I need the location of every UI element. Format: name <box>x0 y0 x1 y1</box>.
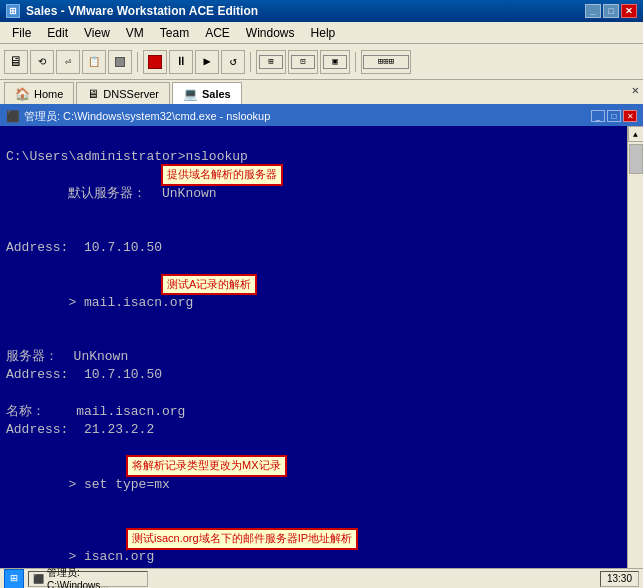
tab-sales[interactable]: 💻 Sales <box>172 82 242 104</box>
tab-home-label: Home <box>34 88 63 100</box>
app-icon: ⊞ <box>6 4 20 18</box>
minimize-button[interactable]: _ <box>585 4 601 18</box>
line-blank-3 <box>6 385 621 403</box>
toolbar-btn-5[interactable] <box>108 50 132 74</box>
line-server-2: 服务器： UnKnown <box>6 348 621 366</box>
tab-home[interactable]: 🏠 Home <box>4 82 74 104</box>
line-blank-4 <box>6 439 621 457</box>
maximize-button[interactable]: □ <box>603 4 619 18</box>
menu-team[interactable]: Team <box>152 24 197 42</box>
annotation-isacn-mx: 测试isacn.org域名下的邮件服务器IP地址解析 <box>126 528 358 549</box>
toolbar-btn-a[interactable]: ⊞ <box>256 50 286 74</box>
menu-vm[interactable]: VM <box>118 24 152 42</box>
menu-edit[interactable]: Edit <box>39 24 76 42</box>
menu-file[interactable]: File <box>4 24 39 42</box>
line-set-type: > set type=mx 将解析记录类型更改为MX记录 <box>6 457 621 530</box>
taskbar-item-admin[interactable]: ⬛管理员: C:\Windows... <box>28 571 148 587</box>
title-bar: ⊞ Sales - VMware Workstation ACE Edition… <box>0 0 643 22</box>
toolbar-pause-btn[interactable]: ⏸ <box>169 50 193 74</box>
toolbar-btn-c[interactable]: ▣ <box>320 50 350 74</box>
toolbar-btn-4[interactable]: 📋 <box>82 50 106 74</box>
tab-sales-label: Sales <box>202 88 231 100</box>
sales-icon: 💻 <box>183 87 198 101</box>
toolbar-btn-3[interactable]: ⏎ <box>56 50 80 74</box>
menu-help[interactable]: Help <box>303 24 344 42</box>
annotation-a-record: 测试A记录的解析 <box>161 274 257 295</box>
tab-dnsserver[interactable]: 🖥 DNSServer <box>76 82 170 104</box>
cmd-close-btn[interactable]: ✕ <box>623 110 637 122</box>
line-address-3: Address: 21.23.2.2 <box>6 421 621 439</box>
line-blank-2 <box>6 257 621 275</box>
tab-bar-close[interactable]: ✕ <box>632 83 639 98</box>
cmd-title-text: 管理员: C:\Windows\system32\cmd.exe - nsloo… <box>24 109 270 124</box>
cmd-maximize-btn[interactable]: □ <box>607 110 621 122</box>
toolbar-btn-b[interactable]: ⊡ <box>288 50 318 74</box>
toolbar-play-btn[interactable]: ▶ <box>195 50 219 74</box>
home-icon: 🏠 <box>15 87 30 101</box>
line-nslookup: C:\Users\administrator>nslookup <box>6 148 621 166</box>
line-address-1: Address: 10.7.10.50 <box>6 239 621 257</box>
taskbar-items: ⬛管理员: C:\Windows... <box>28 571 596 587</box>
terminal-outer: C:\Users\administrator>nslookup 默认服务器： U… <box>0 126 643 588</box>
terminal-content[interactable]: C:\Users\administrator>nslookup 默认服务器： U… <box>0 126 627 588</box>
scroll-up-btn[interactable]: ▲ <box>628 126 644 142</box>
scrollbar-vertical[interactable]: ▲ ▼ <box>627 126 643 588</box>
toolbar: 🖥 ⟲ ⏎ 📋 ⏸ ▶ ↺ ⊞ ⊡ ▣ ⊞⊞⊞ <box>0 44 643 80</box>
toolbar-sep-3 <box>355 52 356 72</box>
cmd-icon: ⬛ <box>6 110 20 123</box>
tab-dnsserver-label: DNSServer <box>103 88 159 100</box>
toolbar-sep-1 <box>137 52 138 72</box>
annotation-set-mx: 将解析记录类型更改为MX记录 <box>126 455 287 476</box>
line-mail-query: > mail.isacn.org 测试A记录的解析 <box>6 276 621 349</box>
scroll-thumb[interactable] <box>629 144 643 174</box>
menu-view[interactable]: View <box>76 24 118 42</box>
toolbar-power-red[interactable] <box>143 50 167 74</box>
window-title: Sales - VMware Workstation ACE Edition <box>26 4 258 18</box>
tab-bar: 🏠 Home 🖥 DNSServer 💻 Sales ✕ <box>0 80 643 106</box>
start-button[interactable]: ⊞ <box>4 569 24 589</box>
clock: 13:30 <box>600 571 639 587</box>
line-default-server: 默认服务器： UnKnown 提供域名解析的服务器 <box>6 166 621 239</box>
cmd-minimize-btn[interactable]: _ <box>591 110 605 122</box>
toolbar-btn-d[interactable]: ⊞⊞⊞ <box>361 50 411 74</box>
status-bar: ⊞ ⬛管理员: C:\Windows... 13:30 <box>0 568 643 588</box>
annotation-dns-server: 提供域名解析的服务器 <box>161 164 283 185</box>
taskbar-icon: ⬛ <box>33 574 44 584</box>
toolbar-refresh-btn[interactable]: ↺ <box>221 50 245 74</box>
menu-ace[interactable]: ACE <box>197 24 238 42</box>
scroll-track <box>629 176 643 588</box>
line-address-2: Address: 10.7.10.50 <box>6 366 621 384</box>
close-button[interactable]: ✕ <box>621 4 637 18</box>
menu-windows[interactable]: Windows <box>238 24 303 42</box>
cmd-title-bar: ⬛ 管理员: C:\Windows\system32\cmd.exe - nsl… <box>0 106 643 126</box>
dnsserver-icon: 🖥 <box>87 87 99 101</box>
toolbar-btn-1[interactable]: 🖥 <box>4 50 28 74</box>
line-name: 名称： mail.isacn.org <box>6 403 621 421</box>
toolbar-sep-2 <box>250 52 251 72</box>
line-blank-1 <box>6 130 621 148</box>
menu-bar: File Edit View VM Team ACE Windows Help <box>0 22 643 44</box>
toolbar-btn-2[interactable]: ⟲ <box>30 50 54 74</box>
